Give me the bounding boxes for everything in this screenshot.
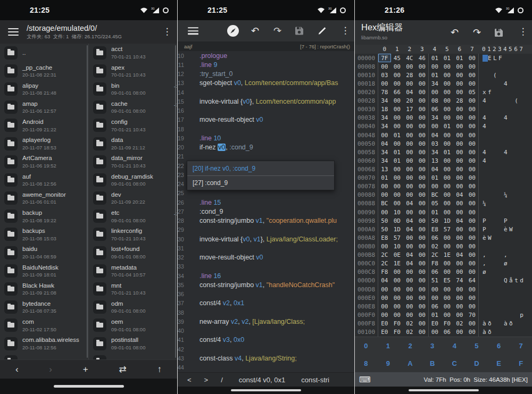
- hex-byte[interactable]: 00: [441, 294, 454, 302]
- hex-byte[interactable]: 2C: [378, 259, 391, 268]
- hex-byte[interactable]: 00: [378, 62, 391, 71]
- hex-byte[interactable]: 00: [416, 225, 429, 233]
- snippet-item[interactable]: <: [187, 376, 192, 384]
- hex-byte[interactable]: 00: [428, 328, 441, 337]
- file-row[interactable]: cache09-01-01 08:00->: [89, 98, 177, 116]
- hex-byte[interactable]: 18: [378, 105, 391, 114]
- scrollbar-thumb[interactable]: [175, 45, 177, 358]
- hex-byte[interactable]: 04: [453, 251, 466, 259]
- hex-byte[interactable]: BC: [428, 191, 441, 199]
- code-line[interactable]: 20if-nez v0, :cond_9: [178, 143, 354, 152]
- hex-byte[interactable]: 20: [403, 97, 416, 105]
- hex-byte[interactable]: 00: [466, 225, 479, 233]
- hex-byte[interactable]: 00: [416, 156, 429, 165]
- hex-byte[interactable]: 00: [378, 208, 391, 216]
- code-line[interactable]: 26.line 15: [178, 198, 354, 207]
- scrollbar-thumb[interactable]: [87, 45, 88, 358]
- hex-byte[interactable]: 00: [466, 131, 479, 139]
- snippet-item[interactable]: const-stri: [301, 376, 329, 384]
- hex-byte[interactable]: 2C: [428, 251, 441, 259]
- hex-byte[interactable]: 01: [428, 71, 441, 79]
- hex-byte[interactable]: 00: [428, 122, 441, 131]
- hex-byte[interactable]: 00: [416, 174, 429, 182]
- file-row[interactable]: apex70-01-21 10:43: [89, 62, 177, 80]
- hex-byte[interactable]: 00: [416, 62, 429, 71]
- hex-row[interactable]: 000C02C1E0400F8000000, ø: [355, 259, 532, 268]
- hex-byte[interactable]: 57: [391, 233, 404, 242]
- hex-byte[interactable]: 34: [378, 156, 391, 165]
- overflow-menu-icon[interactable]: ⋮: [340, 26, 350, 36]
- hex-byte[interactable]: 05: [466, 88, 479, 96]
- code-area[interactable]: 10.prologue11.line 912:try_start_013sget…: [178, 51, 354, 372]
- file-row[interactable]: lost+found09-01-01 08:00: [89, 244, 177, 262]
- navigate-icon[interactable]: [227, 24, 239, 37]
- hex-row[interactable]: 000E80000000006000000: [355, 302, 532, 311]
- back-icon[interactable]: ‹: [15, 365, 19, 374]
- code-line[interactable]: 34.line 16: [178, 271, 354, 280]
- hex-byte[interactable]: F0: [391, 328, 404, 337]
- hex-byte[interactable]: 00: [466, 97, 479, 105]
- hex-byte[interactable]: 28: [403, 71, 416, 79]
- hex-byte[interactable]: 00: [391, 62, 404, 71]
- hex-byte[interactable]: 00: [403, 148, 416, 156]
- hex-byte[interactable]: 00: [453, 88, 466, 96]
- hex-byte[interactable]: 04: [403, 199, 416, 208]
- hex-byte[interactable]: 00: [466, 208, 479, 216]
- hex-row[interactable]: 00088BC00040005000000¼: [355, 199, 532, 208]
- file-row[interactable]: com20-11-02 17:50: [0, 316, 88, 334]
- hex-row[interactable]: 000780000000000000000: [355, 182, 532, 191]
- hex-byte[interactable]: 04: [453, 191, 466, 199]
- code-line[interactable]: 11.line 9: [178, 60, 354, 69]
- hex-byte[interactable]: 0D: [391, 216, 404, 225]
- hex-byte[interactable]: 00: [403, 62, 416, 71]
- hex-byte[interactable]: 00: [466, 216, 479, 225]
- hex-byte[interactable]: 00: [378, 294, 391, 302]
- hex-byte[interactable]: 00: [416, 294, 429, 302]
- hex-byte[interactable]: 00: [403, 242, 416, 250]
- hex-row[interactable]: 0002834002000080028004 (: [355, 97, 532, 105]
- hex-byte[interactable]: 1E: [441, 251, 454, 259]
- code-line[interactable]: 41const/4 v3, 0x0: [178, 336, 354, 345]
- hex-byte[interactable]: 04: [378, 276, 391, 285]
- code-line[interactable]: 42: [178, 345, 354, 354]
- hex-row[interactable]: 000301800170006000000: [355, 105, 532, 114]
- hex-byte[interactable]: 00: [466, 182, 479, 191]
- code-line[interactable]: 38: [178, 308, 354, 317]
- hex-byte[interactable]: 00: [391, 276, 404, 285]
- code-line[interactable]: 19.line 10: [178, 133, 354, 142]
- hex-row[interactable]: 000E00000000000000000: [355, 294, 532, 302]
- file-row[interactable]: etc09-01-01 08:00->: [89, 207, 177, 225]
- hex-byte[interactable]: 00: [416, 208, 429, 216]
- hex-byte[interactable]: 00: [466, 242, 479, 250]
- jump-target-item[interactable]: [20] if-nez v0, :cond_9: [187, 161, 334, 175]
- hex-byte[interactable]: 00: [466, 122, 479, 131]
- hex-byte[interactable]: 13: [378, 165, 391, 173]
- hex-byte[interactable]: 00: [403, 139, 416, 148]
- hex-byte[interactable]: 00: [416, 79, 429, 88]
- hex-byte[interactable]: 00: [403, 174, 416, 182]
- hex-byte[interactable]: 00: [416, 191, 429, 199]
- hex-byte[interactable]: E0: [428, 319, 441, 328]
- hex-byte[interactable]: 02: [428, 242, 441, 250]
- file-row[interactable]: odm09-01-01 08:00: [89, 298, 177, 316]
- forward-icon[interactable]: ›: [49, 365, 52, 374]
- file-row[interactable]: Black Hawk20-11-09 21:08: [0, 280, 88, 298]
- keypad-key-3[interactable]: 3: [421, 337, 444, 355]
- hex-byte[interactable]: 00: [416, 216, 429, 225]
- hex-byte[interactable]: 51: [428, 276, 441, 285]
- code-line[interactable]: 35const-string/jumbo v1, "handleNoCatchC…: [178, 280, 354, 289]
- hex-byte[interactable]: 00: [453, 302, 466, 311]
- hex-byte[interactable]: 00: [453, 114, 466, 122]
- hex-byte[interactable]: 34: [378, 114, 391, 122]
- hex-byte[interactable]: 01: [391, 148, 404, 156]
- hex-byte[interactable]: 00: [441, 62, 454, 71]
- hex-byte[interactable]: 17: [403, 105, 416, 114]
- hex-byte[interactable]: 00: [416, 242, 429, 250]
- save-icon[interactable]: [295, 27, 304, 36]
- hex-byte[interactable]: 04: [428, 165, 441, 173]
- hex-byte[interactable]: 00: [441, 165, 454, 173]
- file-tab-label[interactable]: aajf: [184, 44, 192, 49]
- hex-byte[interactable]: 00: [441, 182, 454, 191]
- hex-byte[interactable]: E0: [378, 319, 391, 328]
- hex-byte[interactable]: 00: [391, 199, 404, 208]
